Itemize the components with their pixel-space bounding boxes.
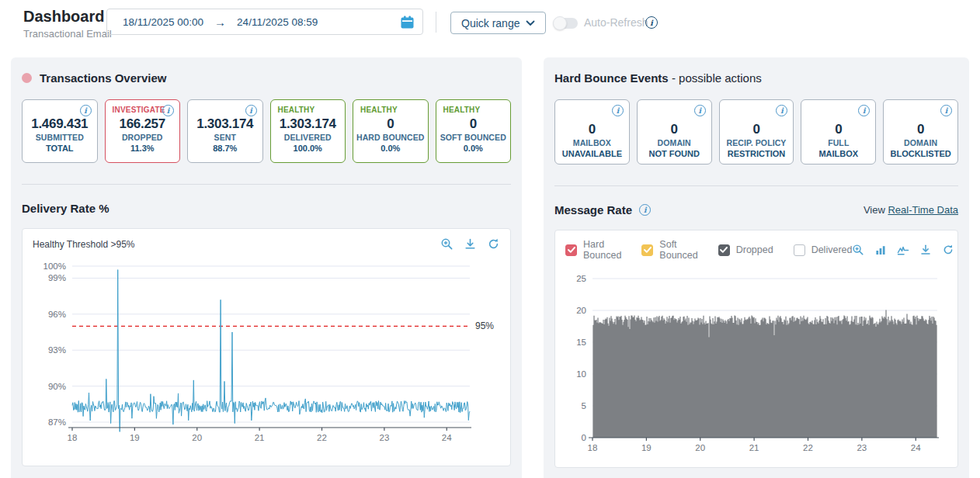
date-end[interactable]: 24/11/2025 08:59 [237,16,318,28]
transactions-overview-title: Transactions Overview [40,71,166,85]
toggle-knob [553,16,567,30]
svg-text:24: 24 [911,443,921,452]
svg-text:96%: 96% [48,310,66,319]
auto-refresh-label: Auto-Refresh [584,16,648,29]
stat-label: DOMAIN [884,137,957,148]
info-icon[interactable] [162,105,174,116]
stat-value: 1.303.174 [188,116,262,132]
date-start[interactable]: 18/11/2025 00:00 [123,16,203,28]
stat-card-recip-policy-restriction[interactable]: 0 RECIP. POLICY RESTRICTION [719,99,794,165]
stat-card-domain-blocklisted[interactable]: 0 DOMAIN BLOCKLISTED [883,99,958,165]
svg-text:5: 5 [582,401,586,410]
info-icon[interactable] [645,16,658,29]
calendar-icon[interactable] [400,15,415,29]
quick-range-label: Quick range [461,17,520,29]
stat-card-delivered[interactable]: HEALTHY 1.303.174 DELIVERED 100.0% [270,99,346,163]
page-subtitle: Transactional Email [23,28,112,40]
stat-sublabel: TOTAL [23,143,97,154]
legend-label: Delivered [811,244,853,255]
checkbox-icon [641,244,653,256]
legend-label: Dropped [736,244,773,255]
stat-sublabel: 11.3% [106,143,180,154]
stat-card-hard-bounced[interactable]: HEALTHY 0 HARD BOUNCED 0.0% [353,99,429,163]
stat-card-domain-not-found[interactable]: 0 DOMAIN NOT FOUND [637,99,712,165]
info-icon[interactable] [940,105,952,116]
stat-value: 0 [555,122,629,137]
status-badge: HEALTHY [443,106,481,114]
stat-sublabel: 100.0% [271,143,346,154]
quick-range-button[interactable]: Quick range [450,12,546,34]
svg-text:21: 21 [255,433,265,442]
message-rate-chart[interactable]: 051015202518192021222324 [555,263,957,468]
chevron-down-icon [526,20,535,26]
bar-chart-icon[interactable] [874,244,887,256]
stat-value: 0 [353,116,428,132]
hard-bounce-panel: Hard Bounce Events - possible actions 0 … [544,57,969,478]
threshold-label: Healthy Threshold >95% [33,239,135,250]
view-realtime-data: View Real-Time Data [864,204,958,216]
stat-card-dropped[interactable]: INVESTIGATE 166.257 DROPPED 11.3% [105,99,181,163]
svg-text:100%: 100% [43,262,66,271]
download-icon[interactable] [464,237,477,251]
svg-text:18: 18 [588,443,598,452]
zoom-icon[interactable] [852,244,864,256]
delivery-rate-chart-card: Healthy Threshold >95% [22,228,511,466]
stat-sublabel: BLOCKLISTED [884,148,957,159]
hard-bounce-header: Hard Bounce Events - possible actions [554,70,958,85]
legend-dropped[interactable]: Dropped [718,244,773,256]
delivery-rate-plot: 100%99%96%93%90%87%95%18192021222324 [23,253,511,459]
header-bar: Dashboard Transactional Email 18/11/2025… [0,0,980,48]
stat-sublabel: 0.0% [436,143,511,154]
stat-label: DOMAIN [638,137,711,148]
dashboard-page: Dashboard Transactional Email 18/11/2025… [0,0,980,478]
status-badge: INVESTIGATE [113,106,165,114]
realtime-data-link[interactable]: Real-Time Data [888,204,958,216]
line-chart-icon[interactable] [897,244,909,256]
info-icon[interactable] [858,105,870,116]
stat-value: 166.257 [106,116,180,132]
stat-card-full-mailbox[interactable]: 0 FULL MAILBOX [801,99,876,165]
legend-delivered[interactable]: Delivered [794,244,853,256]
stat-card-sent[interactable]: 1.303.174 SENT 88.7% [187,99,263,163]
svg-text:19: 19 [130,433,140,442]
page-title: Dashboard [23,8,104,26]
stat-value: 0 [436,116,511,132]
stat-card-submitted-total[interactable]: 1.469.431 SUBMITTED TOTAL [22,99,98,163]
arrow-right-icon: → [214,16,226,29]
info-icon[interactable] [80,105,92,116]
auto-refresh-toggle[interactable] [554,18,578,29]
stat-sublabel: 0.0% [353,143,428,154]
info-icon[interactable] [694,105,706,116]
message-rate-legend: Hard Bounced Soft Bounced Dropped [565,239,852,261]
stat-label: FULL [801,137,875,148]
transactions-panel: Transactions Overview 1.469.431 SUBMITTE… [11,57,522,478]
view-label: View [864,204,885,216]
stat-card-mailbox-unavailable[interactable]: 0 MAILBOX UNAVAILABLE [554,99,630,165]
info-icon[interactable] [612,105,624,116]
checkbox-icon [718,244,730,256]
info-icon[interactable] [639,204,651,216]
delivery-rate-chart[interactable]: 100%99%96%93%90%87%95%18192021222324 [23,253,510,459]
refresh-icon[interactable] [487,237,500,251]
message-rate-plot: 051015202518192021222324 [555,263,958,468]
svg-text:25: 25 [576,274,586,283]
stat-value: 0 [884,122,957,137]
transactions-cards: 1.469.431 SUBMITTED TOTAL INVESTIGATE 16… [22,99,511,163]
message-rate-header: Message Rate View Real-Time Data [554,202,958,217]
legend-hard-bounced[interactable]: Hard Bounced [565,239,621,261]
download-icon[interactable] [919,244,932,256]
refresh-icon[interactable] [942,244,954,256]
svg-text:15: 15 [576,338,586,347]
stat-sublabel: 88.7% [188,143,262,154]
header-divider [436,12,436,33]
svg-text:21: 21 [749,443,759,452]
zoom-icon[interactable] [440,237,454,251]
legend-soft-bounced[interactable]: Soft Bounced [641,239,697,261]
info-icon[interactable] [245,105,257,116]
svg-text:10: 10 [576,369,586,379]
stat-card-soft-bounced[interactable]: HEALTHY 0 SOFT BOUNCED 0.0% [436,99,512,163]
info-icon[interactable] [776,105,787,116]
hard-bounce-cards: 0 MAILBOX UNAVAILABLE 0 DOMAIN NOT FOUND… [554,99,958,165]
delivery-rate-title: Delivery Rate % [22,202,109,215]
date-range-picker[interactable]: 18/11/2025 00:00 → 24/11/2025 08:59 [106,9,423,35]
